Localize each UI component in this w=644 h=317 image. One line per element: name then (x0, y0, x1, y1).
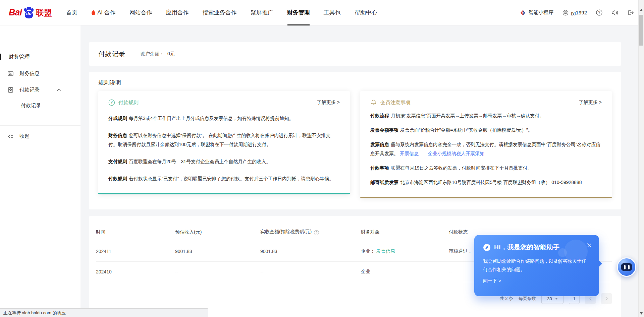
rule-text: 每月第3或4个工作日产出上月分成信息及发票信息，如有特殊情况将提前通知。 (129, 116, 294, 121)
col-actual-amount: 实收金额(扣除税费后/元)? (260, 226, 361, 241)
sidebar-subitem-label: 付款记录 (21, 103, 41, 111)
help-icon[interactable]: ? (596, 9, 602, 16)
sidebar-subitem-payment-records[interactable]: 付款记录 (0, 103, 80, 111)
nav-item-search-biz[interactable]: 搜索业务合作 (203, 0, 237, 25)
assistant-popup: Hi，我是您的智能助手 我会帮助您诊断合作链路问题，以及解答您关于任何合作相关的… (474, 235, 599, 296)
notice-text: 月初按“发票信息”页面开具发票→上传发票→邮寄发票→审核→确认支付。 (391, 113, 544, 118)
badge-icon (7, 87, 14, 93)
next-page-button[interactable] (601, 293, 612, 304)
notice-paragraph: 付款事项联盟在每月19日之后签收的发票，付款时间安排在下个月首批支付。 (370, 164, 602, 173)
payment-rules-body: 分成规则每月第3或4个工作日产出上月分成信息及发票信息，如有特殊情况将提前通知。… (108, 114, 340, 183)
popup-arrow (599, 260, 602, 267)
popup-decoration (558, 248, 567, 257)
rule-paragraph: 财务信息您可以在财务信息中选择“保留付款”。 在此期间您产生的收入将在账户内进行… (108, 131, 340, 149)
col-finance-target: 财务对象 (361, 226, 449, 241)
logo-text-bai: Bai (9, 7, 22, 18)
nav-item-screen-ads[interactable]: 聚屏推广 (251, 0, 273, 25)
notice-label: 发票信息 (370, 142, 389, 147)
nav-item-ai[interactable]: AI 合作 (91, 0, 116, 25)
sidebar-item-finance-info[interactable]: 财务信息 (0, 70, 80, 77)
nav-right-area: 智能小程序 jyj1992 ? (520, 9, 634, 16)
cell-actual: -- (260, 262, 361, 282)
page-title: 付款记录 (98, 50, 125, 59)
rule-paragraph: 付款规则若付款状态显示“已支付”，说明联盟已安排了您的付款。支付后三个工作日内到… (108, 174, 340, 183)
rule-label: 分成规则 (108, 116, 127, 121)
ask-assistant-link[interactable]: 问一下 > (483, 278, 590, 284)
popup-decoration (564, 240, 588, 263)
logout-icon[interactable] (627, 10, 634, 16)
target-label: 企业： (361, 248, 375, 254)
nav-item-website[interactable]: 网站合作 (129, 0, 152, 25)
user-account[interactable]: jyj1992 (562, 10, 587, 16)
flame-icon (91, 10, 96, 15)
assistant-robot-button[interactable] (617, 257, 636, 277)
member-notice-more-link[interactable]: 了解更多 > (579, 100, 602, 106)
rule-label: 支付规则 (108, 159, 127, 164)
cell-time: 202410 (96, 262, 175, 282)
nav-label: 网站合作 (129, 9, 152, 16)
rules-panel: 规则说明 ¥ 付款规则 了解更多 > 分成规则每月第3或4个工作日产出上月分成信… (89, 72, 621, 209)
miniprogram-label: 智能小程序 (528, 9, 553, 16)
payment-rules-title: 付款规则 (118, 100, 139, 106)
assistant-popup-title: Hi，我是您的智能助手 (494, 243, 560, 252)
browser-viewport: Bai du 联盟 首页 AI 合作 网站合作 (0, 0, 644, 317)
chevron-up-icon[interactable] (57, 88, 61, 91)
nav-label: 帮助中心 (355, 9, 377, 16)
miniprogram-link[interactable]: 智能小程序 (520, 9, 553, 16)
coin-icon: ¥ (108, 99, 115, 106)
close-icon[interactable] (587, 243, 592, 248)
rule-text: 您可以在财务信息中选择“保留付款”。 在此期间您产生的收入将在账户内进行累计，联… (108, 133, 330, 147)
nav-label: 财务管理 (287, 9, 310, 16)
cell-finance-target: 企业： 发票信息 (361, 241, 449, 262)
sound-icon[interactable] (611, 10, 618, 16)
compass-icon (483, 244, 491, 251)
balance-label: 账户余额： (141, 51, 164, 57)
col-actual-amount-label: 实收金额(扣除税费后/元) (260, 229, 312, 234)
nav-item-home[interactable]: 首页 (66, 0, 77, 25)
col-estimated-income: 预估收入(元) (175, 226, 260, 241)
notice-text: 发票票面“价税合计”金额=系统中“实收金额（扣除税费后/元）”。 (400, 127, 533, 133)
member-notice-card-header: 会员注意事项 了解更多 > (370, 99, 602, 106)
nav-label: 首页 (66, 9, 77, 16)
nav-item-app[interactable]: 应用合作 (166, 0, 189, 25)
nav-item-finance[interactable]: 财务管理 (287, 0, 310, 25)
scrollbar (638, 0, 644, 317)
cell-time: 202411 (96, 241, 175, 262)
notice-paragraph: 发票信息需与系统内发票信息内容完全一致，否则无法支付。请根据发票信息页面中“百度… (370, 140, 602, 158)
status-text: 正在等待 xlab.baidu.com 的响应... (3, 310, 69, 316)
per-page-label: 每页条数 (519, 296, 536, 302)
payment-rules-more-link[interactable]: 了解更多 > (317, 100, 340, 106)
notice-paragraph: 邮寄纸质发票北京市海淀区西北旺东路10号院百度科技园5号楼 百度联盟财务组（收）… (370, 178, 602, 187)
notice-label: 付款流程 (370, 113, 389, 118)
nav-label: 聚屏推广 (251, 9, 273, 16)
yen-glyph: ¥ (110, 101, 113, 105)
member-notice-card: 会员注意事项 了解更多 > 付款流程月初按“发票信息”页面开具发票→上传发票→邮… (360, 91, 612, 198)
sidebar-item-label: 财务信息 (19, 70, 40, 77)
small-taxpayer-notice-link[interactable]: 企业小规模纳税人开票须知 (428, 151, 484, 156)
member-notice-title: 会员注意事项 (380, 100, 411, 106)
sidebar: 财务管理 财务信息 付款记录 (0, 25, 80, 317)
cell-estimated: -- (175, 262, 260, 282)
nav-item-toolkit[interactable]: 工具包 (324, 0, 341, 25)
invoice-info-link[interactable]: 开票信息 (400, 151, 419, 156)
cell-finance-target: 企业 (361, 262, 449, 282)
baidu-paw-icon: du (22, 6, 36, 19)
scrollbar-thumb[interactable] (639, 15, 643, 46)
top-nav: Bai du 联盟 首页 AI 合作 网站合作 (0, 0, 644, 25)
rules-title: 规则说明 (98, 79, 612, 86)
notice-label: 发票金额事项 (370, 127, 398, 133)
username-label: jyj1992 (571, 10, 587, 15)
baidu-union-logo[interactable]: Bai du 联盟 (9, 6, 52, 19)
invoice-detail-link[interactable]: 发票信息 (376, 248, 395, 254)
sidebar-item-payment-records[interactable]: 付款记录 (0, 87, 80, 93)
column-help-icon[interactable]: ? (314, 230, 319, 235)
total-count-label: 共 2 条 (500, 296, 513, 302)
logo-text-du: du (26, 11, 32, 16)
scroll-down-arrow-icon[interactable] (640, 312, 643, 315)
notice-text: 联盟在每月19日之后签收的发票，付款时间安排在下个月首批支付。 (391, 165, 532, 171)
miniprogram-icon (520, 10, 526, 16)
nav-item-help-center[interactable]: 帮助中心 (355, 0, 377, 25)
sidebar-title: 财务管理 (0, 54, 80, 60)
scroll-up-arrow-icon[interactable] (640, 9, 643, 11)
collapse-sidebar-button[interactable]: 收起 (0, 133, 80, 139)
